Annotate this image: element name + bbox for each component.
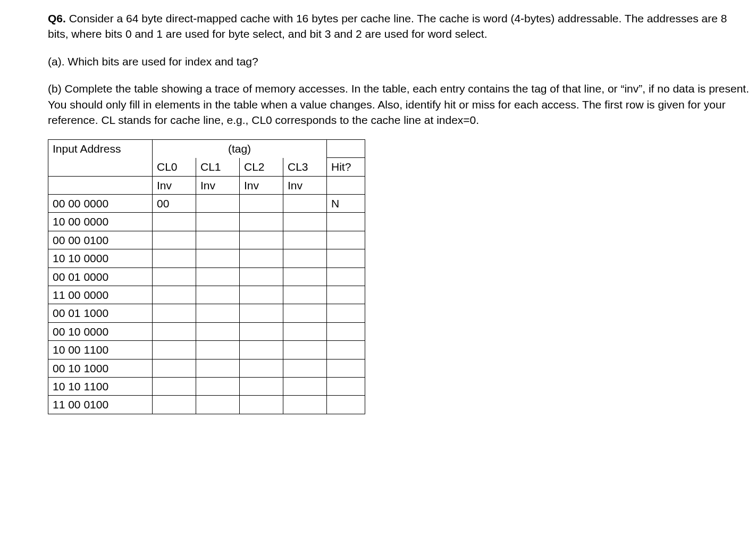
cell-hit: N xyxy=(327,195,365,213)
cell-cl0 xyxy=(153,304,196,322)
initial-cl0: Inv xyxy=(153,176,196,194)
header-tag-label: (tag) xyxy=(153,140,327,158)
table-row: 10 00 0000 xyxy=(48,213,365,231)
header-cl0: CL0 xyxy=(153,158,196,176)
cell-cl2 xyxy=(240,231,283,249)
cell-cl0 xyxy=(153,231,196,249)
cell-cl3 xyxy=(283,231,327,249)
cell-cl1 xyxy=(196,195,240,213)
table-row: 00 01 0000 xyxy=(48,268,365,286)
cell-cl3 xyxy=(283,268,327,286)
cell-cl1 xyxy=(196,396,240,414)
cell-cl2 xyxy=(240,213,283,231)
cell-hit xyxy=(327,286,365,304)
cell-cl0 xyxy=(153,249,196,268)
header-cl2: CL2 xyxy=(240,158,283,176)
cell-cl1 xyxy=(196,286,240,304)
cell-cl2 xyxy=(240,195,283,213)
cell-addr: 11 00 0100 xyxy=(48,396,153,414)
cell-cl0 xyxy=(153,396,196,414)
cell-cl3 xyxy=(283,377,327,395)
cell-hit xyxy=(327,359,365,377)
cell-cl0 xyxy=(153,213,196,231)
cell-hit xyxy=(327,377,365,395)
question-part-b: (b) Complete the table showing a trace o… xyxy=(48,81,750,128)
table-initial-row: Inv Inv Inv Inv xyxy=(48,176,365,194)
header-hit: Hit? xyxy=(327,158,365,176)
cell-addr: 00 01 1000 xyxy=(48,304,153,322)
cell-cl1 xyxy=(196,213,240,231)
question-label: Q6. xyxy=(48,12,66,24)
table-row: 11 00 0000 xyxy=(48,286,365,304)
cell-hit xyxy=(327,268,365,286)
initial-cl2: Inv xyxy=(240,176,283,194)
cell-cl2 xyxy=(240,304,283,322)
cell-addr: 00 10 0000 xyxy=(48,322,153,340)
cell-cl2 xyxy=(240,396,283,414)
cell-cl2 xyxy=(240,322,283,340)
cell-addr: 00 00 0100 xyxy=(48,231,153,249)
cell-cl0: 00 xyxy=(153,195,196,213)
cell-cl0 xyxy=(153,268,196,286)
table-row: 10 10 1100 xyxy=(48,377,365,395)
cell-cl1 xyxy=(196,304,240,322)
cell-cl0 xyxy=(153,377,196,395)
cell-cl3 xyxy=(283,195,327,213)
cell-cl2 xyxy=(240,359,283,377)
cell-cl1 xyxy=(196,249,240,268)
cell-hit xyxy=(327,304,365,322)
cell-cl1 xyxy=(196,231,240,249)
header-cl3: CL3 xyxy=(283,158,327,176)
cell-cl1 xyxy=(196,322,240,340)
cell-cl3 xyxy=(283,341,327,359)
table-row: 00 00 000000N xyxy=(48,195,365,213)
cell-cl0 xyxy=(153,286,196,304)
cell-cl0 xyxy=(153,341,196,359)
cell-addr: 00 00 0000 xyxy=(48,195,153,213)
cell-addr: 11 00 0000 xyxy=(48,286,153,304)
cell-cl0 xyxy=(153,322,196,340)
initial-cl3: Inv xyxy=(283,176,327,194)
cell-cl0 xyxy=(153,359,196,377)
cell-addr: 00 01 0000 xyxy=(48,268,153,286)
cell-cl3 xyxy=(283,286,327,304)
cell-cl3 xyxy=(283,304,327,322)
cell-cl2 xyxy=(240,286,283,304)
table-row: 11 00 0100 xyxy=(48,396,365,414)
initial-cl1: Inv xyxy=(196,176,240,194)
cell-cl1 xyxy=(196,341,240,359)
cell-addr: 00 10 1000 xyxy=(48,359,153,377)
cell-cl3 xyxy=(283,396,327,414)
cell-cl2 xyxy=(240,268,283,286)
cell-cl1 xyxy=(196,359,240,377)
cell-cl3 xyxy=(283,249,327,268)
question-part-a: (a). Which bits are used for index and t… xyxy=(48,54,750,69)
cell-cl3 xyxy=(283,322,327,340)
table-row: 00 10 1000 xyxy=(48,359,365,377)
initial-hit xyxy=(327,176,365,194)
cell-hit xyxy=(327,231,365,249)
table-row: 10 00 1100 xyxy=(48,341,365,359)
cell-addr: 10 10 1100 xyxy=(48,377,153,395)
cell-addr: 10 00 1100 xyxy=(48,341,153,359)
initial-addr-blank xyxy=(48,176,153,194)
table-row: 00 01 1000 xyxy=(48,304,365,322)
header-input-address: Input Address xyxy=(48,140,153,176)
cell-cl1 xyxy=(196,268,240,286)
trace-table: Input Address (tag) CL0 CL1 CL2 CL3 Hit?… xyxy=(48,139,365,414)
cell-cl2 xyxy=(240,341,283,359)
cell-addr: 10 00 0000 xyxy=(48,213,153,231)
question-intro-text: Consider a 64 byte direct-mapped cache w… xyxy=(48,12,727,40)
cell-hit xyxy=(327,213,365,231)
cell-cl3 xyxy=(283,213,327,231)
cell-cl1 xyxy=(196,377,240,395)
cell-cl2 xyxy=(240,249,283,268)
question-intro: Q6. Consider a 64 byte direct-mapped cac… xyxy=(48,11,750,42)
cell-cl3 xyxy=(283,359,327,377)
header-blank-hit xyxy=(327,140,365,158)
cell-hit xyxy=(327,322,365,340)
cell-cl2 xyxy=(240,377,283,395)
table-row: 10 10 0000 xyxy=(48,249,365,268)
table-row: 00 00 0100 xyxy=(48,231,365,249)
header-cl1: CL1 xyxy=(196,158,240,176)
